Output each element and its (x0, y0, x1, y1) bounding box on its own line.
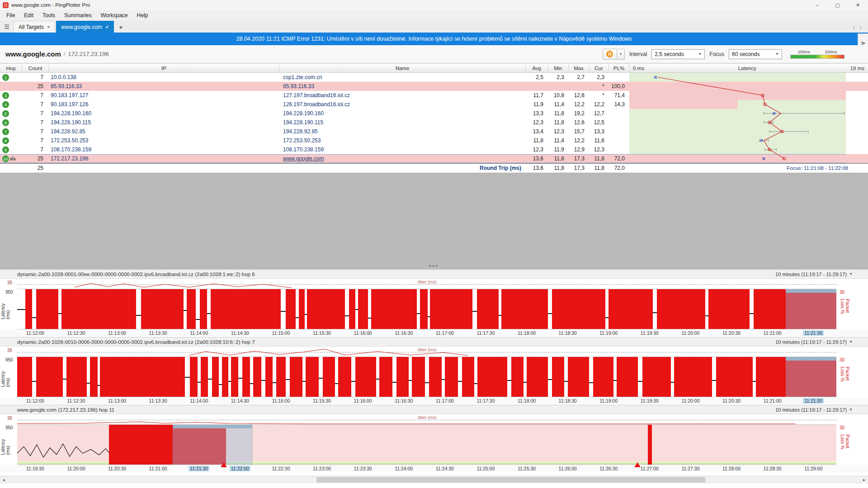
header-hop[interactable]: Hop (0, 64, 22, 72)
axis-time-label: 11:24:30 (434, 466, 455, 471)
latency-tick (207, 313, 210, 314)
focus-overlay[interactable] (786, 289, 836, 329)
focus-overlay[interactable] (173, 425, 252, 465)
timeline-range-dropdown[interactable]: 10 minutes (11:19:17 - 11:29:17) ▼ (775, 407, 853, 413)
chevron-down-icon: ▼ (849, 272, 853, 276)
app-icon (3, 2, 9, 8)
interval-label: Interval (629, 51, 647, 57)
hop-cell: 7 (0, 127, 22, 136)
menu-item-help[interactable]: Help (132, 10, 153, 21)
avg-cell: 12,3 (526, 118, 548, 127)
header-ip[interactable]: IP (49, 64, 279, 72)
hop-cell: 6 (0, 118, 22, 127)
latency-gap (184, 289, 187, 329)
max-cell: 17,3 (569, 154, 589, 163)
scroll-left-icon[interactable]: ◄ (0, 476, 8, 483)
packet-loss-cell: 72,0 (609, 154, 629, 163)
minimize-button[interactable]: – (807, 0, 827, 10)
legend-low-label: 100ms (797, 50, 810, 54)
footer-ip-cell (49, 164, 279, 173)
count-cell: 7 (22, 109, 49, 118)
axis-time-label: 11:14:00 (189, 398, 209, 404)
axis-time-label: 11:19:30 (639, 398, 660, 404)
scroll-right-icon[interactable]: ► (860, 476, 868, 483)
menu-item-summaries[interactable]: Summaries (60, 10, 96, 21)
latency-gap (368, 289, 371, 329)
cur-cell: * (589, 82, 609, 91)
cur-cell: 13,3 (589, 127, 609, 136)
pause-button[interactable] (603, 49, 617, 60)
latency-gap (305, 289, 307, 329)
latency-gap (376, 357, 379, 397)
latency-gap (185, 357, 190, 397)
latency-loss-chart[interactable]: 950 Latency (ms) 30 Packet Loss % (0, 424, 868, 465)
menu-item-edit[interactable]: Edit (19, 10, 38, 21)
avg-cell: 11,9 (526, 100, 548, 109)
latency-loss-chart[interactable]: 950 Latency (ms) 30 Packet Loss % (0, 289, 868, 329)
min-cell: 11,4 (548, 100, 569, 109)
latency-tick (281, 311, 286, 312)
latency-tick (32, 381, 36, 382)
axis-time-label: 11:15:30 (311, 398, 332, 404)
tab-scroll-left-icon[interactable]: ‹ (853, 23, 855, 31)
menu-item-tools[interactable]: Tools (38, 10, 60, 21)
latency-gap (671, 357, 674, 397)
tab-scroll-right-icon[interactable]: › (859, 23, 862, 31)
icmp-error-banner[interactable]: 28.04.2020 11:21 ICMP Error 1231: Umístě… (0, 33, 868, 45)
close-button[interactable]: ✕ (848, 0, 868, 10)
add-target-button[interactable]: + (115, 21, 127, 33)
max-cell: 12,9 (569, 145, 589, 154)
axis-time-label: 11:20:00 (680, 398, 701, 404)
latency-gap (219, 357, 222, 397)
axis-time-label: 11:17:30 (475, 330, 496, 336)
close-icon[interactable]: ✕ (47, 25, 51, 29)
header-avg[interactable]: Avg (526, 64, 548, 72)
axis-time-label: 11:18:30 (557, 398, 578, 404)
axis-time-label: 11:13:00 (107, 330, 127, 336)
header-cur[interactable]: Cur (589, 64, 609, 72)
splitter-handle[interactable]: ••• (0, 263, 868, 268)
timeline-range-dropdown[interactable]: 10 minutes (11:19:17 - 11:29:17) ▼ (775, 272, 853, 277)
latency-tick (296, 317, 299, 318)
axis-time-label: 11:21:00 (762, 398, 783, 404)
axis-time-label: 11:22:30 (270, 466, 291, 471)
latency-gap (589, 357, 593, 397)
latency-gap (548, 357, 552, 397)
scrollbar-thumb[interactable] (316, 477, 705, 483)
tab-www-google-com[interactable]: www.google.com ✔ (56, 21, 114, 33)
count-cell: 7 (22, 136, 49, 145)
latency-loss-chart[interactable]: 950 Latency (ms) 30 Packet Loss % (0, 357, 868, 397)
axis-time-label: 11:12:00 (25, 398, 46, 404)
header-count[interactable]: Count (22, 64, 49, 72)
hop-number-badge: 8 (2, 137, 9, 144)
menu-item-workspace[interactable]: Workspace (96, 10, 132, 21)
horizontal-scrollbar[interactable]: ◄ ► (0, 476, 868, 483)
interval-select[interactable]: 2,5 seconds ▼ (651, 49, 705, 59)
header-pl[interactable]: PL% (609, 64, 629, 72)
pause-dropdown-button[interactable]: ▾ (617, 49, 625, 60)
tab-all-targets[interactable]: All Targets ✕ (14, 21, 55, 33)
axis-time-label: 11:17:30 (475, 398, 496, 404)
name-cell: 194.228.190.160 (279, 109, 526, 118)
latency-gap (417, 289, 420, 329)
min-cell: 11,9 (548, 145, 569, 154)
latency-tick (417, 313, 420, 314)
axis-time-label: 11:12:30 (66, 330, 86, 336)
axis-time-label: 11:20:00 (680, 330, 701, 336)
maximize-button[interactable]: ▢ (827, 0, 848, 10)
name-cell: 127.197.broadband16.iol.cz (279, 91, 526, 100)
axis-time-label: 11:21:00 (148, 466, 169, 471)
header-max[interactable]: Max (569, 64, 589, 72)
latency-tick (753, 381, 756, 382)
focus-select[interactable]: 60 seconds ▼ (729, 49, 782, 59)
menu-item-file[interactable]: File (2, 10, 19, 21)
alert-triangle-icon (634, 462, 641, 467)
timeline-range-dropdown[interactable]: 10 minutes (11:19:17 - 11:29:17) ▼ (775, 339, 853, 345)
header-min[interactable]: Min (548, 64, 569, 72)
header-name[interactable]: Name (279, 64, 526, 72)
focus-overlay[interactable] (786, 357, 836, 397)
count-cell: 25 (22, 154, 49, 163)
hamburger-icon[interactable]: ☰ (0, 21, 14, 33)
latency-gap (319, 357, 323, 397)
latency-gap (499, 289, 501, 329)
